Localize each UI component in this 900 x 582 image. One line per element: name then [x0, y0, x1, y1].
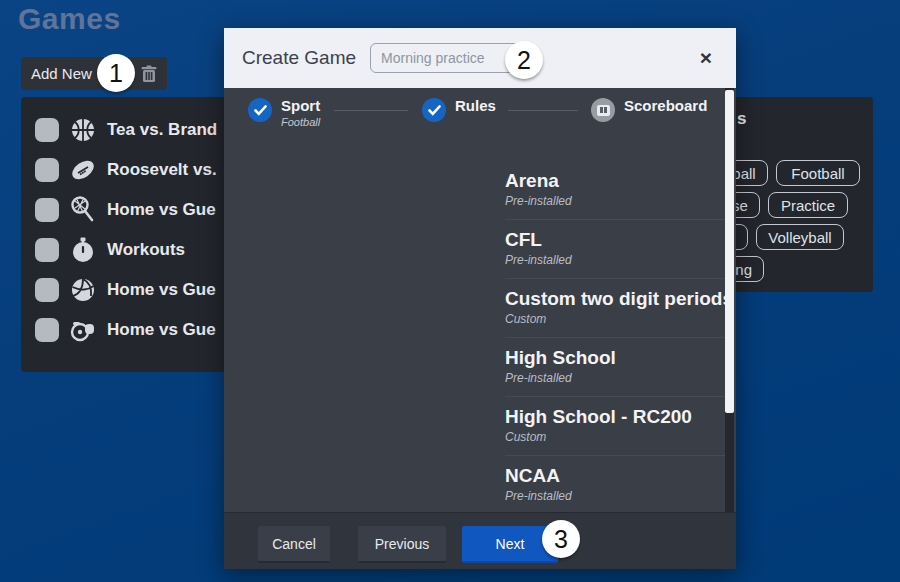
rule-type: Custom [505, 312, 715, 326]
rule-type: Custom [505, 430, 715, 444]
annotation-badge-2: 2 [505, 41, 543, 79]
rule-type: Pre-installed [505, 253, 715, 267]
game-row[interactable]: Home vs Gue [35, 190, 216, 230]
rule-type: Pre-installed [505, 489, 715, 503]
step-label: Scoreboard [624, 98, 707, 113]
whistle-icon [69, 316, 97, 344]
lacrosse-icon [69, 196, 97, 224]
game-title: Tea vs. Brand [107, 120, 217, 140]
rule-option-custom-two-digit[interactable]: Custom two digit periods Custom [505, 289, 715, 326]
scoreboard-icon [591, 98, 615, 122]
scrollbar-track[interactable] [725, 88, 734, 512]
check-icon [248, 98, 272, 122]
rule-name: Arena [505, 171, 715, 191]
annotation-badge-3: 3 [542, 520, 580, 558]
row-checkbox[interactable] [35, 318, 59, 342]
rule-name: High School [505, 348, 715, 368]
rule-type: Pre-installed [505, 371, 715, 385]
row-checkbox[interactable] [35, 158, 59, 182]
rule-option-high-school[interactable]: High School Pre-installed [505, 348, 715, 385]
rule-name: High School - RC200 [505, 407, 715, 427]
tag-chip[interactable]: Practice [768, 192, 848, 218]
rule-name: Custom two digit periods [505, 289, 715, 309]
game-row[interactable]: Workouts [35, 230, 185, 270]
step-label: Rules [455, 98, 496, 113]
modal-body: Sport Football Rules Scoreboard Arena [224, 88, 736, 512]
game-title: Workouts [107, 240, 185, 260]
annotation-badge-1: 1 [97, 54, 135, 92]
create-game-modal: Create Game × Sport Football Rules [224, 28, 736, 569]
game-title: Home vs Gue [107, 200, 216, 220]
modal-title: Create Game [242, 47, 356, 69]
scrollbar-thumb[interactable] [725, 90, 734, 413]
rule-option-arena[interactable]: Arena Pre-installed [505, 171, 715, 208]
rule-name: NCAA [505, 466, 715, 486]
rule-option-ncaa[interactable]: NCAA Pre-installed [505, 466, 715, 503]
row-checkbox[interactable] [35, 118, 59, 142]
step-sublabel: Football [281, 116, 320, 128]
trash-icon[interactable] [141, 65, 157, 83]
cancel-button[interactable]: Cancel [258, 526, 330, 563]
check-icon [422, 98, 446, 122]
rule-name: CFL [505, 230, 715, 250]
football-icon [69, 156, 97, 184]
list-divider [505, 337, 727, 338]
game-row[interactable]: Home vs Gue [35, 310, 216, 350]
row-checkbox[interactable] [35, 278, 59, 302]
stepper-connector [508, 110, 578, 111]
game-title: Roosevelt vs. [107, 160, 217, 180]
modal-header: Create Game × [224, 28, 736, 88]
previous-button[interactable]: Previous [358, 526, 446, 563]
tags-panel-header: s [737, 109, 746, 129]
game-title: Home vs Gue [107, 320, 216, 340]
list-divider [505, 455, 727, 456]
list-divider [505, 278, 727, 279]
tag-chip[interactable]: Football [776, 160, 860, 186]
rule-option-high-school-rc200[interactable]: High School - RC200 Custom [505, 407, 715, 444]
row-checkbox[interactable] [35, 238, 59, 262]
stopwatch-icon [69, 236, 97, 264]
step-sport: Sport Football [248, 98, 320, 128]
game-row[interactable]: Home vs Gue [35, 270, 216, 310]
stepper-connector [334, 110, 408, 111]
step-label: Sport [281, 98, 320, 113]
tag-chip[interactable]: Volleyball [756, 224, 844, 250]
list-divider [505, 219, 727, 220]
basketball-icon [69, 116, 97, 144]
close-icon[interactable]: × [694, 46, 718, 70]
page-title: Games [18, 2, 121, 36]
toolbar: Add New [21, 57, 167, 90]
list-divider [505, 396, 727, 397]
row-checkbox[interactable] [35, 198, 59, 222]
game-title: Home vs Gue [107, 280, 216, 300]
rule-option-cfl[interactable]: CFL Pre-installed [505, 230, 715, 267]
step-scoreboard: Scoreboard [591, 98, 707, 122]
rule-type: Pre-installed [505, 194, 715, 208]
modal-footer: Cancel Previous Next [224, 512, 736, 569]
game-row[interactable]: Roosevelt vs. [35, 150, 217, 190]
add-new-button[interactable]: Add New [31, 65, 92, 82]
step-rules: Rules [422, 98, 496, 122]
game-row[interactable]: Tea vs. Brand [35, 110, 217, 150]
volleyball-icon [69, 276, 97, 304]
